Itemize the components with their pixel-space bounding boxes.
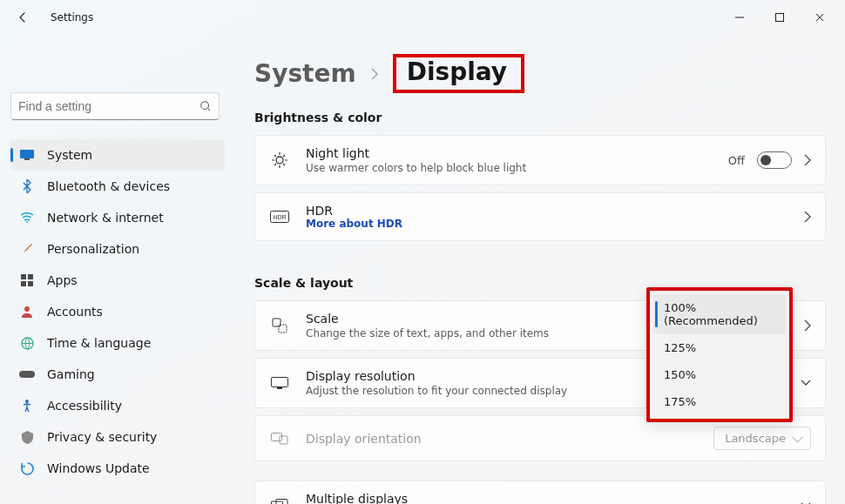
scale-option-125[interactable]: 125% <box>653 334 786 361</box>
gamepad-icon <box>19 369 35 380</box>
svg-rect-7 <box>21 281 26 286</box>
hdr-link[interactable]: More about HDR <box>306 218 788 230</box>
svg-text:HDR: HDR <box>273 214 286 220</box>
minimize-button[interactable] <box>720 3 760 31</box>
chevron-right-icon[interactable] <box>804 319 811 332</box>
scale-option-150[interactable]: 150% <box>653 361 786 388</box>
nav-item-system[interactable]: System <box>10 139 225 171</box>
chevron-right-icon <box>370 68 379 80</box>
shield-icon <box>19 431 35 444</box>
chevron-down-icon[interactable] <box>801 380 811 386</box>
nav-label: Windows Update <box>47 461 150 475</box>
nav-label: Apps <box>47 273 78 287</box>
maximize-button[interactable] <box>760 3 800 31</box>
scale-option-175[interactable]: 175% <box>653 388 786 415</box>
nav-label: Network & internet <box>47 211 164 225</box>
svg-rect-0 <box>776 14 784 22</box>
close-button[interactable] <box>800 3 840 31</box>
chevron-right-icon[interactable] <box>804 211 811 223</box>
accessibility-icon <box>19 400 35 413</box>
bluetooth-icon <box>19 179 35 193</box>
breadcrumb-current: Display <box>407 57 507 86</box>
svg-point-4 <box>26 221 28 223</box>
breadcrumb-current-highlight: Display <box>393 54 524 93</box>
nav-list: System Bluetooth & devices Network & int… <box>10 139 225 484</box>
user-block <box>10 40 225 84</box>
card-hdr[interactable]: HDR HDR More about HDR <box>254 192 826 241</box>
svg-rect-20 <box>272 433 282 440</box>
nav-label: Bluetooth & devices <box>47 179 170 193</box>
update-icon <box>19 462 35 475</box>
night-light-toggle[interactable] <box>757 151 792 169</box>
nav-label: Personalization <box>47 242 139 256</box>
nav-item-apps[interactable]: Apps <box>10 265 225 296</box>
svg-point-12 <box>25 400 29 403</box>
chevron-right-icon[interactable] <box>804 154 811 166</box>
breadcrumb: System Display <box>254 54 826 93</box>
system-icon <box>19 150 35 160</box>
nav-item-privacy[interactable]: Privacy & security <box>10 421 225 453</box>
svg-point-9 <box>24 306 30 312</box>
search-input[interactable] <box>10 92 220 120</box>
svg-rect-11 <box>19 371 35 378</box>
svg-rect-17 <box>279 325 287 333</box>
hdr-icon: HDR <box>269 211 290 223</box>
nav-item-gaming[interactable]: Gaming <box>10 359 225 390</box>
nav-label: Time & language <box>47 336 151 350</box>
card-night-light[interactable]: Night light Use warmer colors to help bl… <box>254 135 826 185</box>
orientation-combo: Landscape <box>713 427 811 450</box>
scale-option-100[interactable]: 100% (Recommended) <box>653 294 786 334</box>
nav-label: System <box>47 148 92 162</box>
svg-rect-8 <box>28 281 33 286</box>
nav-item-personalization[interactable]: Personalization <box>10 233 225 265</box>
svg-rect-21 <box>280 436 287 444</box>
person-icon <box>19 306 35 318</box>
search-field[interactable] <box>18 99 199 113</box>
svg-point-13 <box>276 157 283 164</box>
section-brightness: Brightness & color <box>254 111 826 124</box>
nav-item-time[interactable]: Time & language <box>10 327 225 359</box>
svg-rect-5 <box>21 274 26 279</box>
nav-item-network[interactable]: Network & internet <box>10 202 225 233</box>
resolution-icon <box>269 377 290 389</box>
brush-icon <box>19 242 35 256</box>
card-subtitle: Use warmer colors to help block blue lig… <box>306 162 713 174</box>
nav-item-update[interactable]: Windows Update <box>10 453 225 484</box>
orientation-icon <box>269 433 290 445</box>
nav-item-accounts[interactable]: Accounts <box>10 296 225 327</box>
card-title: Display orientation <box>306 432 698 446</box>
nav-label: Accessibility <box>47 399 122 413</box>
apps-icon <box>19 274 35 286</box>
svg-rect-18 <box>272 378 288 387</box>
window-title: Settings <box>51 11 93 24</box>
card-title: HDR <box>306 204 788 218</box>
globe-icon <box>19 337 35 350</box>
scale-dropdown[interactable]: 100% (Recommended) 125% 150% 175% <box>646 287 793 422</box>
svg-point-1 <box>201 102 209 110</box>
card-title: Multiple displays <box>306 492 785 504</box>
multiple-displays-icon <box>269 499 290 504</box>
svg-rect-19 <box>277 387 282 389</box>
scale-icon <box>269 318 290 333</box>
nav-item-bluetooth[interactable]: Bluetooth & devices <box>10 171 225 202</box>
nav-label: Gaming <box>47 367 95 381</box>
night-light-icon <box>269 151 290 169</box>
search-icon <box>199 100 212 112</box>
toggle-state: Off <box>728 154 745 167</box>
nav-item-accessibility[interactable]: Accessibility <box>10 390 225 421</box>
svg-rect-2 <box>20 150 34 158</box>
wifi-icon <box>19 212 35 223</box>
svg-rect-16 <box>273 319 281 326</box>
nav-label: Accounts <box>47 305 103 319</box>
breadcrumb-parent[interactable]: System <box>254 59 356 88</box>
back-button[interactable] <box>10 5 35 30</box>
nav-label: Privacy & security <box>47 430 157 444</box>
card-multiple-displays[interactable]: Multiple displays Choose the presentatio… <box>254 480 826 504</box>
svg-rect-3 <box>24 158 30 160</box>
card-title: Night light <box>306 146 713 160</box>
svg-rect-6 <box>28 274 33 279</box>
